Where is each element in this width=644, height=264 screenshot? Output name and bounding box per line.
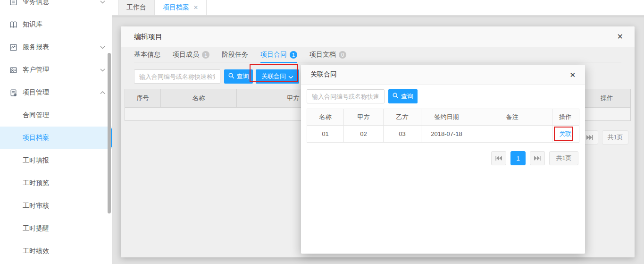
sidebar-submenu: 合同管理 项目档案 工时填报 工时预览 工时审核 工时提醒 工时绩效 <box>0 104 112 263</box>
last-page-icon <box>586 134 593 141</box>
knowledge-base-icon <box>9 21 17 29</box>
sidebar-item-label: 工时提醒 <box>23 224 105 233</box>
tab-basic-info[interactable]: 基本信息 <box>134 47 160 62</box>
sidebar-item-timesheet-performance[interactable]: 工时绩效 <box>0 240 112 263</box>
column-header-action: 操作 <box>583 89 630 107</box>
column-header-name: 名称 <box>161 89 237 107</box>
project-mgmt-icon <box>9 89 17 97</box>
chevron-down-icon <box>100 0 105 4</box>
overlay-modal-title: 关联合同 <box>310 70 337 79</box>
sidebar-item-business-info[interactable]: 业务信息 <box>0 0 112 13</box>
sidebar-item-label: 项目档案 <box>23 134 105 142</box>
associate-link[interactable]: 关联 <box>559 130 571 138</box>
associate-contract-modal: 关联合同 ✕ 查询 名称 甲方 乙方 签约日期 备注 操作 01 02 03 2… <box>301 65 585 254</box>
page-total: 共1页 <box>602 130 628 145</box>
cell-remark <box>472 126 552 142</box>
sidebar-item-label: 工时预览 <box>23 179 105 187</box>
associate-button-label: 关联合同 <box>261 72 286 81</box>
tab-project-contracts[interactable]: 项目合同 1 <box>260 47 297 62</box>
sidebar-item-project-mgmt[interactable]: 项目管理 <box>0 81 112 104</box>
tab-label: 项目合同 <box>260 51 287 59</box>
count-badge: 0 <box>339 51 346 59</box>
sidebar-item-label: 业务信息 <box>23 0 100 6</box>
overlay-search-input[interactable] <box>307 89 385 103</box>
associate-contract-button[interactable]: 关联合同 <box>256 69 299 84</box>
sidebar-item-label: 工时填报 <box>23 156 105 165</box>
table-row: 01 02 03 2018-07-18 关联 <box>307 126 579 142</box>
edit-modal-header: 编辑项目 ✕ <box>121 26 635 47</box>
close-tab-icon[interactable]: ✕ <box>193 4 198 11</box>
column-header-party-a: 甲方 <box>344 109 384 125</box>
sidebar-item-service-reports[interactable]: 服务报表 <box>0 36 112 59</box>
service-report-icon <box>9 43 17 51</box>
sidebar-item-label: 工时绩效 <box>23 247 105 255</box>
chevron-up-icon <box>100 91 105 94</box>
contracts-result-table: 名称 甲方 乙方 签约日期 备注 操作 01 02 03 2018-07-18 … <box>307 109 579 143</box>
cell-action: 关联 <box>552 126 578 142</box>
tab-project-members[interactable]: 项目成员 1 <box>173 47 209 62</box>
edit-modal-tabs: 基本信息 项目成员 1 阶段任务 项目合同 1 项目文档 0 <box>134 47 621 62</box>
top-tabbar: 工作台 项目档案 ✕ <box>112 0 644 16</box>
page-total: 共1页 <box>549 151 578 165</box>
sidebar-item-project-archive[interactable]: 项目档案 <box>0 127 112 149</box>
sidebar-item-customer-mgmt[interactable]: 客户管理 <box>0 59 112 81</box>
search-icon <box>393 93 399 100</box>
chevron-down-icon <box>288 73 293 80</box>
sidebar-item-timesheet-fill[interactable]: 工时填报 <box>0 149 112 172</box>
search-icon <box>228 73 234 80</box>
tab-project-documents[interactable]: 项目文档 0 <box>309 47 346 62</box>
overlay-query-button[interactable]: 查询 <box>388 89 418 103</box>
sidebar-item-label: 客户管理 <box>23 66 100 74</box>
sidebar-item-label: 工时审核 <box>23 202 105 210</box>
sidebar-item-timesheet-audit[interactable]: 工时审核 <box>0 195 112 217</box>
table-header-row: 名称 甲方 乙方 签约日期 备注 操作 <box>307 109 579 126</box>
chevron-down-icon <box>100 68 105 72</box>
tab-label: 阶段任务 <box>222 51 248 59</box>
last-page-button[interactable] <box>530 151 545 165</box>
overlay-pagination: 1 共1页 <box>491 151 578 165</box>
close-icon[interactable]: ✕ <box>569 71 576 78</box>
overlay-search-toolbar: 查询 <box>307 89 579 103</box>
tab-workbench[interactable]: 工作台 <box>118 0 155 15</box>
page-number-button[interactable]: 1 <box>510 151 526 165</box>
query-button[interactable]: 查询 <box>224 69 253 84</box>
sidebar-item-label: 合同管理 <box>23 111 105 119</box>
sidebar-item-contract-mgmt[interactable]: 合同管理 <box>0 104 112 127</box>
cell-name: 01 <box>307 126 344 142</box>
sidebar-item-timesheet-remind[interactable]: 工时提醒 <box>0 217 112 240</box>
last-page-icon <box>534 155 541 162</box>
sidebar-item-label: 项目管理 <box>23 88 100 97</box>
tab-stage-tasks[interactable]: 阶段任务 <box>222 47 248 62</box>
column-header-party-b: 乙方 <box>384 109 421 125</box>
cell-sign-date: 2018-07-18 <box>421 126 472 142</box>
sidebar: 业务信息 知识库 服务报表 客户管理 项目管理 <box>0 0 112 264</box>
column-header-name: 名称 <box>307 109 344 125</box>
tab-label: 项目成员 <box>173 51 199 59</box>
customer-mgmt-icon <box>9 66 17 74</box>
edit-modal-title: 编辑项目 <box>134 33 162 42</box>
contract-search-input[interactable] <box>134 69 220 84</box>
tab-label: 工作台 <box>126 3 146 12</box>
count-badge: 1 <box>202 51 209 59</box>
query-button-label: 查询 <box>401 92 413 101</box>
count-badge: 1 <box>290 51 297 59</box>
overlay-modal-header: 关联合同 ✕ <box>301 65 585 85</box>
sidebar-item-label: 服务报表 <box>23 43 100 51</box>
column-header-index: 序号 <box>125 89 161 107</box>
cell-party-a: 02 <box>344 126 384 142</box>
tab-label: 项目文档 <box>309 51 336 59</box>
sidebar-item-knowledge-base[interactable]: 知识库 <box>0 13 112 36</box>
column-header-sign-date: 签约日期 <box>421 109 472 125</box>
column-header-remark: 备注 <box>472 109 552 125</box>
business-info-icon <box>9 0 17 6</box>
sidebar-item-timesheet-preview[interactable]: 工时预览 <box>0 172 112 195</box>
tab-label: 项目档案 <box>163 3 189 12</box>
sidebar-item-label: 知识库 <box>23 20 105 29</box>
tab-project-archive[interactable]: 项目档案 ✕ <box>155 0 207 15</box>
first-page-button[interactable] <box>491 151 506 165</box>
chevron-down-icon <box>100 46 105 49</box>
query-button-label: 查询 <box>237 72 249 81</box>
close-icon[interactable]: ✕ <box>617 33 623 41</box>
sidebar-scrollbar-thumb[interactable] <box>108 53 111 213</box>
contracts-pagination: 共1页 <box>581 130 628 145</box>
